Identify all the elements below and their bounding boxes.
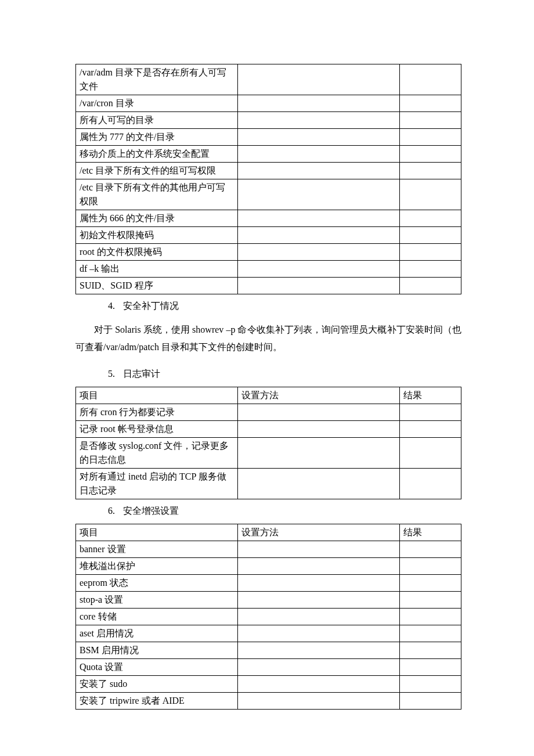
cell-result [399, 64, 461, 95]
cell-item: aset 启用情况 [76, 625, 238, 642]
cell-result [399, 179, 461, 210]
cell-item: banner 设置 [76, 541, 238, 557]
table-row: stop-a 设置 [76, 591, 461, 608]
cell-result [399, 608, 461, 625]
table-row: 堆栈溢出保护 [76, 557, 461, 574]
cell-result [399, 278, 461, 294]
cell-method [237, 278, 399, 294]
table-log-audit: 项目 设置方法 结果 所有 cron 行为都要记录记录 root 帐号登录信息是… [75, 387, 461, 499]
cell-item: 是否修改 syslog.conf 文件，记录更多的日志信息 [76, 437, 238, 468]
cell-item: 堆栈溢出保护 [76, 557, 238, 574]
cell-method [237, 163, 399, 179]
col-header-result: 结果 [399, 387, 461, 404]
table-row: SUID、SGID 程序 [76, 278, 461, 294]
section-4-title: 安全补丁情况 [123, 299, 179, 313]
table-row: 对所有通过 inetd 启动的 TCP 服务做日志记录 [76, 468, 461, 499]
cell-item: /var/cron 目录 [76, 95, 238, 112]
cell-result [399, 468, 461, 499]
table-row: 初始文件权限掩码 [76, 227, 461, 244]
cell-method [237, 642, 399, 658]
section-4-heading: 4. 安全补丁情况 [101, 299, 461, 313]
cell-item: 属性为 666 的文件/目录 [76, 210, 238, 227]
cell-item: eeprom 状态 [76, 574, 238, 591]
cell-method [237, 129, 399, 146]
cell-item: 安装了 sudo [76, 675, 238, 692]
table-row: root 的文件权限掩码 [76, 244, 461, 261]
table-file-permissions: /var/adm 目录下是否存在所有人可写文件/var/cron 目录所有人可写… [75, 64, 461, 294]
cell-result [399, 112, 461, 129]
cell-item: 记录 root 帐号登录信息 [76, 420, 238, 437]
table-row: /var/cron 目录 [76, 95, 461, 112]
section-6-heading: 6. 安全增强设置 [101, 504, 461, 518]
cell-result [399, 146, 461, 163]
cell-method [237, 404, 399, 420]
cell-method [237, 468, 399, 499]
section-5-number: 5. [101, 367, 115, 381]
col-header-method: 设置方法 [237, 524, 399, 541]
table-row: df –k 输出 [76, 261, 461, 278]
col-header-result: 结果 [399, 524, 461, 541]
section-6-title: 安全增强设置 [123, 504, 179, 518]
cell-result [399, 692, 461, 709]
table-row: aset 启用情况 [76, 625, 461, 642]
cell-method [237, 146, 399, 163]
section-6-number: 6. [101, 504, 115, 518]
table-row: eeprom 状态 [76, 574, 461, 591]
col-header-item: 项目 [76, 524, 238, 541]
cell-method [237, 625, 399, 642]
table-row: 属性为 666 的文件/目录 [76, 210, 461, 227]
cell-result [399, 642, 461, 658]
cell-method [237, 591, 399, 608]
table-row: core 转储 [76, 608, 461, 625]
table-row: banner 设置 [76, 541, 461, 557]
cell-item: stop-a 设置 [76, 591, 238, 608]
table-row: /etc 目录下所有文件的组可写权限 [76, 163, 461, 179]
cell-result [399, 541, 461, 557]
cell-method [237, 574, 399, 591]
cell-method [237, 675, 399, 692]
table-row: 所有 cron 行为都要记录 [76, 404, 461, 420]
cell-result [399, 658, 461, 675]
cell-item: 对所有通过 inetd 启动的 TCP 服务做日志记录 [76, 468, 238, 499]
cell-item: 安装了 tripwire 或者 AIDE [76, 692, 238, 709]
cell-method [237, 420, 399, 437]
cell-method [237, 608, 399, 625]
cell-result [399, 404, 461, 420]
col-header-method: 设置方法 [237, 387, 399, 404]
cell-method [237, 227, 399, 244]
cell-item: SUID、SGID 程序 [76, 278, 238, 294]
cell-item: 所有人可写的目录 [76, 112, 238, 129]
document-page: /var/adm 目录下是否存在所有人可写文件/var/cron 目录所有人可写… [0, 0, 534, 756]
cell-method [237, 64, 399, 95]
cell-item: /etc 目录下所有文件的组可写权限 [76, 163, 238, 179]
cell-item: BSM 启用情况 [76, 642, 238, 658]
section-5-heading: 5. 日志审计 [101, 367, 461, 381]
table-row: 所有人可写的目录 [76, 112, 461, 129]
cell-result [399, 574, 461, 591]
cell-result [399, 625, 461, 642]
cell-method [237, 557, 399, 574]
table-row: 属性为 777 的文件/目录 [76, 129, 461, 146]
cell-method [237, 437, 399, 468]
cell-result [399, 261, 461, 278]
cell-item: core 转储 [76, 608, 238, 625]
cell-result [399, 129, 461, 146]
table-row: BSM 启用情况 [76, 642, 461, 658]
cell-item: /etc 目录下所有文件的其他用户可写权限 [76, 179, 238, 210]
cell-method [237, 244, 399, 261]
cell-result [399, 557, 461, 574]
cell-result [399, 675, 461, 692]
table-row: 安装了 sudo [76, 675, 461, 692]
cell-method [237, 179, 399, 210]
cell-result [399, 591, 461, 608]
cell-result [399, 437, 461, 468]
cell-item: 移动介质上的文件系统安全配置 [76, 146, 238, 163]
table-row: 移动介质上的文件系统安全配置 [76, 146, 461, 163]
cell-result [399, 420, 461, 437]
table-row: 记录 root 帐号登录信息 [76, 420, 461, 437]
cell-item: root 的文件权限掩码 [76, 244, 238, 261]
cell-item: 初始文件权限掩码 [76, 227, 238, 244]
cell-method [237, 541, 399, 557]
cell-result [399, 163, 461, 179]
cell-result [399, 210, 461, 227]
